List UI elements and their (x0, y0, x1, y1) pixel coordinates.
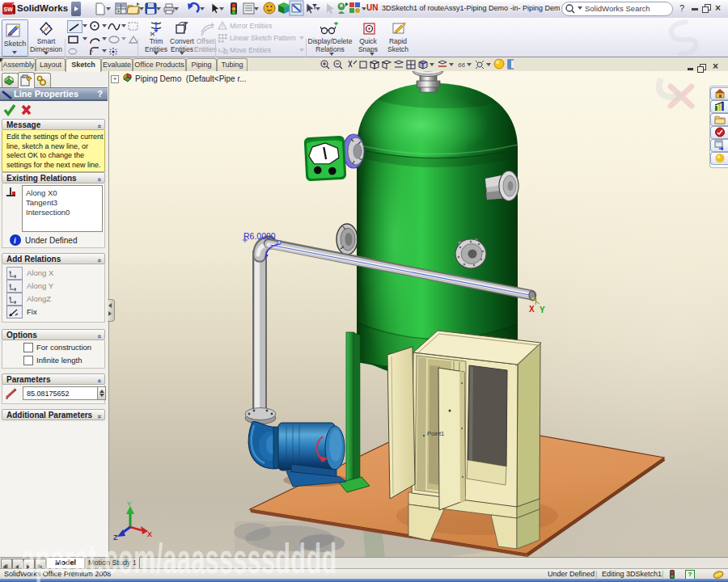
svg-text:i: i (14, 236, 16, 245)
svg-text:SW: SW (4, 6, 14, 12)
svg-text:66: 66 (458, 61, 465, 69)
svg-text:y: y (9, 282, 11, 287)
svg-text:x: x (9, 269, 11, 274)
svg-text:Point1: Point1 (427, 430, 444, 437)
svg-text:Y: Y (540, 306, 545, 314)
svg-text:R6.0000: R6.0000 (243, 231, 276, 241)
svg-text:X: X (529, 305, 535, 314)
svg-text:z: z (9, 295, 11, 300)
svg-text:Y: Y (127, 500, 132, 508)
